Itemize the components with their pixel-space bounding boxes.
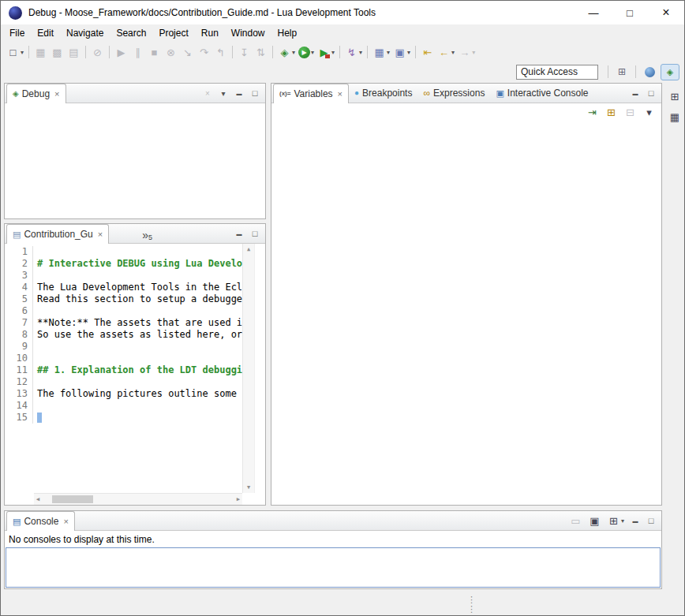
window-minimize-button[interactable]: — [575, 1, 612, 24]
chevron-right-icon: » [142, 227, 148, 243]
debug-button[interactable]: ◈▾ [276, 43, 297, 61]
code-line: 1 [5, 246, 242, 258]
chevron-down-icon[interactable]: ▾ [359, 49, 362, 56]
scrollbar-thumb[interactable] [52, 495, 93, 503]
toolbar-separator [367, 46, 368, 58]
chevron-down-icon[interactable]: ▾ [621, 517, 624, 525]
maximize-view-button[interactable]: □ [249, 88, 261, 98]
step-over-button: ↷ [196, 43, 212, 61]
tab-breakpoints[interactable]: ●Breakpoints [349, 84, 417, 103]
menu-navigate[interactable]: Navigate [60, 25, 110, 41]
minimize-view-button[interactable]: ▬ [233, 231, 245, 237]
collapse-all-button: ⊟ [622, 103, 638, 121]
line-number: 4 [5, 282, 33, 293]
menu-run[interactable]: Run [195, 25, 225, 41]
code-line: 7**Note:** The assets that are used in [5, 317, 242, 329]
new-window-button[interactable]: ▣▾ [391, 43, 412, 61]
chevron-down-icon[interactable]: ▾ [407, 49, 410, 56]
close-icon[interactable]: × [63, 517, 68, 526]
code-text [33, 412, 42, 424]
menu-project[interactable]: Project [152, 25, 194, 41]
menu-help[interactable]: Help [271, 25, 304, 41]
code-text: The Lua Development Tools in the Ecli [33, 282, 242, 293]
new-table-button[interactable]: ▦▾ [371, 43, 391, 61]
close-icon[interactable]: × [98, 230, 103, 239]
display-selected-console-button[interactable]: ▣ [586, 512, 603, 529]
debug-perspective-button[interactable]: ◈ [661, 64, 679, 80]
chevron-down-icon[interactable]: ▾ [311, 49, 314, 56]
minimized-view-grid-button[interactable]: ▦ [668, 110, 682, 124]
more-editors-chevron[interactable]: » 5 [137, 224, 157, 243]
maximize-view-button[interactable]: □ [645, 88, 657, 98]
tab-console[interactable]: ▤ Console × [6, 511, 75, 531]
editor-code-area[interactable]: 12# Interactive DEBUG using Lua Develop3… [5, 244, 242, 493]
maximize-view-button[interactable]: □ [249, 229, 261, 238]
wand-button[interactable]: ↯▾ [343, 43, 364, 61]
step-into-button: ↘ [179, 43, 196, 61]
sash-grip[interactable]: ⋮ [467, 595, 476, 603]
open-perspective-button[interactable]: ⊞ [612, 64, 631, 80]
minimized-view-grid-icon: ▦ [668, 111, 682, 123]
tab-contribution-guide[interactable]: ▤ Contribution_Gu × [6, 224, 109, 244]
menu-search[interactable]: Search [110, 25, 152, 41]
minimize-view-button[interactable]: ▬ [233, 91, 245, 96]
tab-expressions[interactable]: ∞Expressions [417, 84, 490, 103]
lua-perspective-button[interactable] [640, 64, 659, 80]
close-icon[interactable]: × [338, 89, 342, 99]
debug-view: ◈ Debug × × ▾ ▬ □ [4, 83, 266, 219]
scroll-right-icon[interactable]: ▶ [237, 496, 240, 502]
skip-all-breakpoints-icon: ⊘ [91, 47, 104, 58]
chevron-down-icon[interactable]: ▾ [21, 49, 24, 56]
chevron-down-icon[interactable]: ▾ [331, 49, 335, 56]
minimize-view-button[interactable]: ▬ [629, 91, 642, 96]
save-button: ▦ [32, 43, 49, 61]
scrollbar-track[interactable] [39, 494, 237, 505]
view-menu-button[interactable]: ▾ [217, 89, 230, 98]
variables-icon: (x)= [279, 91, 290, 97]
run-external-tools-button[interactable]: ▶▾ [316, 43, 336, 61]
use-step-filters-button: ⇅ [253, 43, 269, 61]
console-view-tabrow: ▤ Console × ▭▣⊞▾ ▬ □ [5, 511, 661, 531]
line-number: 3 [5, 270, 33, 282]
menu-file[interactable]: File [3, 25, 31, 41]
quick-access-input[interactable]: Quick Access [516, 65, 598, 80]
tab-debug[interactable]: ◈ Debug × [6, 84, 66, 103]
run-button[interactable]: ▶▾ [297, 43, 316, 61]
code-text: # Interactive DEBUG using Lua Develop [33, 258, 242, 270]
window-close-button[interactable]: × [648, 1, 684, 24]
editor-horizontal-scrollbar[interactable]: ◀ ▶ [34, 493, 242, 505]
minimized-view-restore-button[interactable]: ⊞ [668, 89, 682, 103]
show-logical-structures-button[interactable]: ⊞ [603, 103, 619, 121]
maximize-view-button[interactable]: □ [645, 516, 657, 525]
window-maximize-button[interactable]: □ [612, 1, 648, 24]
minimize-icon: ▬ [237, 231, 242, 237]
menu-edit[interactable]: Edit [31, 25, 60, 41]
show-type-names-button[interactable]: ⇥ [584, 103, 601, 121]
new-wizard-icon: □ [6, 47, 20, 58]
line-number: 14 [5, 400, 33, 412]
sash-grip[interactable]: ⋮ [467, 605, 476, 613]
last-edit-location-button[interactable]: ⇤ [419, 43, 436, 61]
tab-variables[interactable]: (x)=Variables× [273, 84, 349, 103]
close-icon[interactable]: × [54, 89, 59, 99]
tab-interactive-console[interactable]: ▣Interactive Console [490, 84, 593, 103]
new-wizard-button[interactable]: □▾ [5, 43, 25, 61]
scroll-up-icon[interactable]: ▲ [247, 246, 250, 252]
scroll-down-icon[interactable]: ▼ [247, 484, 250, 491]
code-text: ## 1. Explanation of the LDT debuggin [33, 364, 242, 376]
print-button: ▤ [66, 43, 82, 61]
editor-overview-ruler [254, 244, 265, 493]
menu-window[interactable]: Window [225, 25, 271, 41]
line-number: 7 [5, 317, 33, 329]
code-line: 5Read this section to setup a debugger [5, 293, 242, 305]
maximize-icon: □ [649, 516, 654, 525]
back-button[interactable]: ←▾ [436, 43, 456, 61]
chevron-down-icon[interactable]: ▾ [387, 49, 390, 56]
open-console-button[interactable]: ⊞▾ [605, 512, 626, 529]
chevron-down-icon[interactable]: ▾ [451, 49, 455, 56]
chevron-down-icon[interactable]: ▾ [292, 49, 295, 56]
terminate-icon: ■ [148, 47, 161, 58]
minimize-view-button[interactable]: ▬ [629, 518, 642, 524]
view-menu-button[interactable]: ▾ [641, 103, 657, 121]
editor-vertical-scrollbar[interactable]: ▲ ▼ [242, 244, 254, 493]
